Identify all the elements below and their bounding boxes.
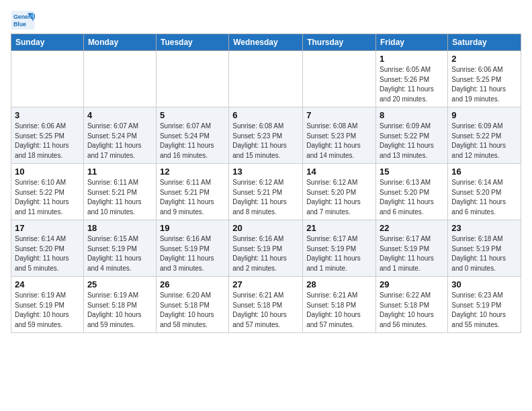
header-row: SundayMondayTuesdayWednesdayThursdayFrid… <box>11 34 521 51</box>
day-info: Sunrise: 6:19 AM Sunset: 5:18 PM Dayligh… <box>87 291 152 330</box>
day-number: 7 <box>306 110 372 120</box>
day-cell <box>83 51 156 107</box>
day-cell <box>303 51 376 107</box>
day-number: 11 <box>87 167 152 177</box>
day-info: Sunrise: 6:06 AM Sunset: 5:25 PM Dayligh… <box>451 65 517 104</box>
day-cell: 10Sunrise: 6:10 AM Sunset: 5:22 PM Dayli… <box>11 164 84 220</box>
day-info: Sunrise: 6:08 AM Sunset: 5:23 PM Dayligh… <box>306 122 372 161</box>
header-cell-thursday: Thursday <box>303 34 376 51</box>
day-number: 15 <box>380 167 444 177</box>
day-cell: 24Sunrise: 6:19 AM Sunset: 5:19 PM Dayli… <box>11 277 84 333</box>
day-cell: 3Sunrise: 6:06 AM Sunset: 5:25 PM Daylig… <box>11 107 84 164</box>
day-number: 3 <box>15 110 80 120</box>
day-number: 4 <box>87 110 152 120</box>
day-info: Sunrise: 6:11 AM Sunset: 5:21 PM Dayligh… <box>160 178 225 217</box>
day-number: 1 <box>380 54 444 64</box>
day-number: 12 <box>160 167 225 177</box>
day-cell: 11Sunrise: 6:11 AM Sunset: 5:21 PM Dayli… <box>83 164 156 220</box>
day-info: Sunrise: 6:08 AM Sunset: 5:23 PM Dayligh… <box>232 122 299 161</box>
calendar-table: SundayMondayTuesdayWednesdayThursdayFrid… <box>11 34 521 333</box>
day-number: 19 <box>160 223 225 233</box>
day-number: 10 <box>15 167 80 177</box>
day-cell: 23Sunrise: 6:18 AM Sunset: 5:19 PM Dayli… <box>448 220 521 277</box>
day-info: Sunrise: 6:21 AM Sunset: 5:18 PM Dayligh… <box>232 291 299 330</box>
day-info: Sunrise: 6:22 AM Sunset: 5:18 PM Dayligh… <box>380 291 444 330</box>
day-number: 29 <box>380 279 444 289</box>
day-number: 22 <box>380 223 444 233</box>
day-number: 30 <box>451 279 517 289</box>
day-number: 25 <box>87 279 152 289</box>
day-info: Sunrise: 6:13 AM Sunset: 5:20 PM Dayligh… <box>380 178 444 217</box>
day-number: 6 <box>232 110 299 120</box>
day-cell: 19Sunrise: 6:16 AM Sunset: 5:19 PM Dayli… <box>156 220 228 277</box>
day-info: Sunrise: 6:12 AM Sunset: 5:20 PM Dayligh… <box>306 178 372 217</box>
day-cell: 1Sunrise: 6:05 AM Sunset: 5:26 PM Daylig… <box>376 51 448 107</box>
day-cell: 9Sunrise: 6:09 AM Sunset: 5:22 PM Daylig… <box>448 107 521 164</box>
day-info: Sunrise: 6:21 AM Sunset: 5:18 PM Dayligh… <box>306 291 372 330</box>
day-cell: 16Sunrise: 6:14 AM Sunset: 5:20 PM Dayli… <box>448 164 521 220</box>
day-info: Sunrise: 6:16 AM Sunset: 5:19 PM Dayligh… <box>160 234 225 273</box>
day-cell: 13Sunrise: 6:12 AM Sunset: 5:21 PM Dayli… <box>229 164 303 220</box>
header-cell-monday: Monday <box>83 34 156 51</box>
day-number: 14 <box>306 167 372 177</box>
calendar-header: SundayMondayTuesdayWednesdayThursdayFrid… <box>11 34 521 51</box>
day-cell: 18Sunrise: 6:15 AM Sunset: 5:19 PM Dayli… <box>83 220 156 277</box>
day-cell <box>229 51 303 107</box>
day-cell: 27Sunrise: 6:21 AM Sunset: 5:18 PM Dayli… <box>229 277 303 333</box>
day-cell: 2Sunrise: 6:06 AM Sunset: 5:25 PM Daylig… <box>448 51 521 107</box>
day-number: 16 <box>451 167 517 177</box>
day-cell: 26Sunrise: 6:20 AM Sunset: 5:18 PM Dayli… <box>156 277 228 333</box>
day-info: Sunrise: 6:19 AM Sunset: 5:19 PM Dayligh… <box>15 291 80 330</box>
day-number: 13 <box>232 167 299 177</box>
week-row-1: 1Sunrise: 6:05 AM Sunset: 5:26 PM Daylig… <box>11 51 521 107</box>
day-number: 8 <box>380 110 444 120</box>
day-cell: 30Sunrise: 6:23 AM Sunset: 5:19 PM Dayli… <box>448 277 521 333</box>
day-info: Sunrise: 6:15 AM Sunset: 5:19 PM Dayligh… <box>87 234 152 273</box>
header-cell-saturday: Saturday <box>448 34 521 51</box>
day-info: Sunrise: 6:11 AM Sunset: 5:21 PM Dayligh… <box>87 178 152 217</box>
day-cell: 12Sunrise: 6:11 AM Sunset: 5:21 PM Dayli… <box>156 164 228 220</box>
day-number: 28 <box>306 279 372 289</box>
day-cell: 5Sunrise: 6:07 AM Sunset: 5:24 PM Daylig… <box>156 107 228 164</box>
day-number: 18 <box>87 223 152 233</box>
day-info: Sunrise: 6:09 AM Sunset: 5:22 PM Dayligh… <box>380 122 444 161</box>
day-number: 21 <box>306 223 372 233</box>
day-cell: 15Sunrise: 6:13 AM Sunset: 5:20 PM Dayli… <box>376 164 448 220</box>
day-info: Sunrise: 6:09 AM Sunset: 5:22 PM Dayligh… <box>451 122 517 161</box>
header-cell-sunday: Sunday <box>11 34 84 51</box>
page-header: General Blue <box>11 11 521 30</box>
day-cell: 28Sunrise: 6:21 AM Sunset: 5:18 PM Dayli… <box>303 277 376 333</box>
day-info: Sunrise: 6:14 AM Sunset: 5:20 PM Dayligh… <box>15 234 80 273</box>
day-number: 26 <box>160 279 225 289</box>
day-cell: 7Sunrise: 6:08 AM Sunset: 5:23 PM Daylig… <box>303 107 376 164</box>
day-info: Sunrise: 6:16 AM Sunset: 5:19 PM Dayligh… <box>232 234 299 273</box>
day-number: 9 <box>451 110 517 120</box>
header-cell-friday: Friday <box>376 34 448 51</box>
day-info: Sunrise: 6:20 AM Sunset: 5:18 PM Dayligh… <box>160 291 225 330</box>
day-cell: 6Sunrise: 6:08 AM Sunset: 5:23 PM Daylig… <box>229 107 303 164</box>
day-cell: 29Sunrise: 6:22 AM Sunset: 5:18 PM Dayli… <box>376 277 448 333</box>
day-info: Sunrise: 6:12 AM Sunset: 5:21 PM Dayligh… <box>232 178 299 217</box>
day-cell <box>11 51 84 107</box>
week-row-4: 17Sunrise: 6:14 AM Sunset: 5:20 PM Dayli… <box>11 220 521 277</box>
day-info: Sunrise: 6:17 AM Sunset: 5:19 PM Dayligh… <box>380 234 444 273</box>
day-info: Sunrise: 6:17 AM Sunset: 5:19 PM Dayligh… <box>306 234 372 273</box>
day-info: Sunrise: 6:05 AM Sunset: 5:26 PM Dayligh… <box>380 65 444 104</box>
day-cell: 25Sunrise: 6:19 AM Sunset: 5:18 PM Dayli… <box>83 277 156 333</box>
day-info: Sunrise: 6:18 AM Sunset: 5:19 PM Dayligh… <box>451 234 517 273</box>
day-number: 20 <box>232 223 299 233</box>
logo: General Blue <box>11 11 39 30</box>
day-info: Sunrise: 6:06 AM Sunset: 5:25 PM Dayligh… <box>15 122 80 161</box>
day-number: 5 <box>160 110 225 120</box>
svg-text:Blue: Blue <box>13 21 26 28</box>
day-cell: 4Sunrise: 6:07 AM Sunset: 5:24 PM Daylig… <box>83 107 156 164</box>
day-cell: 8Sunrise: 6:09 AM Sunset: 5:22 PM Daylig… <box>376 107 448 164</box>
day-number: 23 <box>451 223 517 233</box>
day-info: Sunrise: 6:07 AM Sunset: 5:24 PM Dayligh… <box>160 122 225 161</box>
day-cell: 22Sunrise: 6:17 AM Sunset: 5:19 PM Dayli… <box>376 220 448 277</box>
day-number: 27 <box>232 279 299 289</box>
day-cell: 21Sunrise: 6:17 AM Sunset: 5:19 PM Dayli… <box>303 220 376 277</box>
week-row-5: 24Sunrise: 6:19 AM Sunset: 5:19 PM Dayli… <box>11 277 521 333</box>
header-cell-tuesday: Tuesday <box>156 34 228 51</box>
week-row-2: 3Sunrise: 6:06 AM Sunset: 5:25 PM Daylig… <box>11 107 521 164</box>
